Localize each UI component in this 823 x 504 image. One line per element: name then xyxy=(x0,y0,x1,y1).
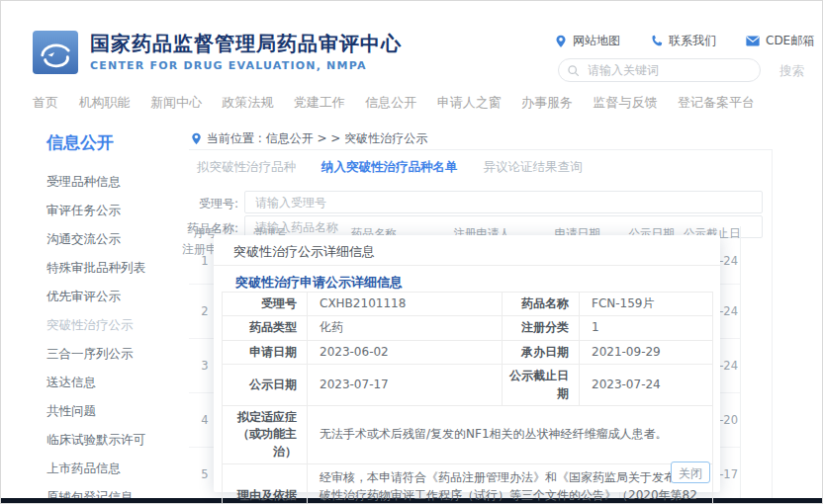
nav-item-3[interactable]: 政策法规 xyxy=(222,94,273,112)
modal-field-label: 公示截止日期 xyxy=(503,365,580,406)
modal-field-value: 无法手术或术后残留/复发的NF1相关的丛状神经纤维瘤成人患者。 xyxy=(308,405,713,463)
modal-detail-table: 受理号CXHB2101118药品名称FCN-159片药品类型化药注册分类1申请日… xyxy=(222,292,713,504)
modal-field-label: 注册分类 xyxy=(503,316,580,340)
modal-field-value: 经审核，本申请符合《药品注册管理办法》和《国家药监局关于发布突破性治疗药物审评工… xyxy=(308,464,713,504)
sidebar-items: 受理品种信息审评任务公示沟通交流公示特殊审批品种列表优先审评公示突破性治疗公示三… xyxy=(46,167,175,504)
modal-field-value: 2023-07-24 xyxy=(580,365,713,406)
header-quick-links: 网站地图联系我们CDE邮箱 xyxy=(555,33,814,49)
search-box[interactable] xyxy=(558,58,761,82)
phone-icon xyxy=(650,35,663,47)
acceptance-no-input[interactable] xyxy=(244,191,763,213)
sidebar-item-8[interactable]: 共性问题 xyxy=(46,396,175,425)
site-subtitle: CENTER FOR DRUG EVALUATION, NMPA xyxy=(90,59,402,72)
modal-table-row: 理由及依据经审核，本申请符合《药品注册管理办法》和《国家药监局关于发布突破性治疗… xyxy=(223,464,713,504)
modal-field-value: 1 xyxy=(580,316,713,340)
sidebar-item-2[interactable]: 沟通交流公示 xyxy=(46,224,175,253)
filter-label-acceptance-no: 受理号: xyxy=(189,196,238,212)
search-button[interactable]: 搜索 xyxy=(779,63,804,80)
nav-item-4[interactable]: 党建工作 xyxy=(294,94,345,112)
quick-link-2[interactable]: CDE邮箱 xyxy=(746,33,814,49)
sidebar-item-1[interactable]: 审评任务公示 xyxy=(46,196,175,224)
modal-field-label: 承办日期 xyxy=(503,340,580,364)
modal-title: 突破性治疗公示详细信息 xyxy=(233,243,375,261)
site-title: 国家药品监督管理局药品审评中心 xyxy=(90,32,402,55)
sidebar-item-9[interactable]: 临床试验默示许可 xyxy=(46,425,175,454)
nav-item-8[interactable]: 监督与反馈 xyxy=(594,94,658,112)
swan-logo-icon xyxy=(37,36,74,69)
nav-item-2[interactable]: 新闻中心 xyxy=(150,94,202,112)
table-right-border xyxy=(740,226,741,498)
sidebar-item-0[interactable]: 受理品种信息 xyxy=(46,167,175,196)
tab-1[interactable]: 纳入突破性治疗品种名单 xyxy=(321,159,458,176)
close-button[interactable]: 关闭 xyxy=(671,462,710,483)
page: 国家药品监督管理局药品审评中心 CENTER FOR DRUG EVALUATI… xyxy=(0,0,823,504)
modal-table-row: 申请日期2023-06-02承办日期2021-09-29 xyxy=(223,340,713,364)
nav-item-0[interactable]: 首页 xyxy=(33,94,58,112)
modal-table-row: 拟定适应症（或功能主治）无法手术或术后残留/复发的NF1相关的丛状神经纤维瘤成人… xyxy=(223,405,713,463)
quick-link-label: CDE邮箱 xyxy=(766,33,814,49)
tab-2[interactable]: 异议论证结果查询 xyxy=(484,159,583,176)
site-brand: 国家药品监督管理局药品审评中心 CENTER FOR DRUG EVALUATI… xyxy=(90,32,402,72)
sidebar-item-10[interactable]: 上市药品信息 xyxy=(46,454,175,482)
nav-item-5[interactable]: 信息公开 xyxy=(365,94,416,112)
modal-field-label: 拟定适应症（或功能主治） xyxy=(223,405,308,463)
modal-field-label: 公示日期 xyxy=(223,365,308,406)
sidebar-item-5[interactable]: 突破性治疗公示 xyxy=(46,310,175,339)
nav-item-9[interactable]: 登记备案平台 xyxy=(678,94,755,112)
modal-table-row: 公示日期2023-07-17公示截止日期2023-07-24 xyxy=(223,365,713,406)
cde-logo xyxy=(33,31,78,74)
modal-divider xyxy=(214,265,720,266)
nav-item-1[interactable]: 机构职能 xyxy=(78,94,130,112)
modal-field-label: 药品名称 xyxy=(503,293,580,316)
sidebar-item-4[interactable]: 优先审评公示 xyxy=(46,282,175,310)
sidebar-title: 信息公开 xyxy=(46,131,175,154)
modal-field-label: 理由及依据 xyxy=(223,464,308,504)
quick-link-label: 联系我们 xyxy=(669,33,716,49)
breadcrumb-text: 当前位置 : 信息公开 > > 突破性治疗公示 xyxy=(207,130,427,147)
modal-field-value: 2023-06-02 xyxy=(308,340,503,364)
mail-icon xyxy=(746,36,760,46)
breadcrumb: 当前位置 : 信息公开 > > 突破性治疗公示 xyxy=(191,130,427,147)
modal-field-value: CXHB2101118 xyxy=(308,293,503,316)
modal-field-value: 2021-09-29 xyxy=(580,340,713,364)
quick-link-label: 网站地图 xyxy=(573,33,620,49)
detail-modal: 突破性治疗公示详细信息 突破性治疗申请公示详细信息 受理号CXHB2101118… xyxy=(214,235,720,492)
search-input[interactable] xyxy=(586,62,752,78)
location-pin-icon xyxy=(191,132,202,145)
modal-table-row: 受理号CXHB2101118药品名称FCN-159片 xyxy=(223,293,713,316)
quick-link-1[interactable]: 联系我们 xyxy=(650,33,716,49)
tabs: 拟突破性治疗品种纳入突破性治疗品种名单异议论证结果查询 xyxy=(197,159,583,176)
modal-section-title: 突破性治疗申请公示详细信息 xyxy=(235,274,403,292)
main-nav: 首页机构职能新闻中心政策法规党建工作信息公开申请人之窗办事服务监督与反馈登记备案… xyxy=(33,94,755,112)
modal-field-value: FCN-159片 xyxy=(580,293,713,316)
tab-0[interactable]: 拟突破性治疗品种 xyxy=(197,159,296,176)
nav-item-6[interactable]: 申请人之窗 xyxy=(437,94,502,112)
modal-field-value: 化药 xyxy=(308,316,503,340)
modal-field-label: 受理号 xyxy=(223,293,308,316)
modal-field-label: 申请日期 xyxy=(223,340,308,364)
modal-field-value: 2023-07-17 xyxy=(308,365,503,406)
modal-field-label: 药品类型 xyxy=(223,316,308,340)
sidebar: 信息公开 受理品种信息审评任务公示沟通交流公示特殊审批品种列表优先审评公示突破性… xyxy=(46,131,175,504)
sidebar-item-6[interactable]: 三合一序列公示 xyxy=(46,339,175,368)
search-icon xyxy=(567,64,580,77)
nav-item-7[interactable]: 办事服务 xyxy=(521,94,573,112)
location-pin-icon xyxy=(555,35,567,48)
sidebar-item-3[interactable]: 特殊审批品种列表 xyxy=(46,253,175,282)
sidebar-item-7[interactable]: 送达信息 xyxy=(46,368,175,396)
quick-link-0[interactable]: 网站地图 xyxy=(555,33,620,49)
modal-table-row: 药品类型化药注册分类1 xyxy=(223,316,713,340)
